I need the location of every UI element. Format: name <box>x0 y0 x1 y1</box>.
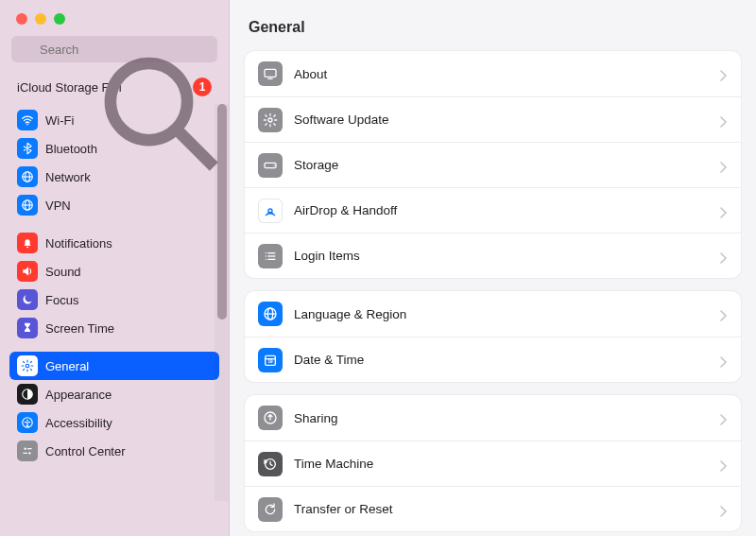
window-controls <box>0 0 229 25</box>
settings-section: SharingTime MachineTransfer or Reset <box>245 395 741 531</box>
settings-row-label: Storage <box>294 158 720 172</box>
sidebar-item-label: Appearance <box>45 388 112 402</box>
chevron-right-icon <box>720 412 728 424</box>
close-button[interactable] <box>16 13 27 25</box>
chevron-right-icon <box>720 160 728 171</box>
sidebar-item-general[interactable]: General <box>9 352 219 380</box>
chevron-right-icon <box>720 308 728 320</box>
settings-section: Language & RegionDate & Time <box>245 291 741 382</box>
settings-row-label: Software Update <box>294 112 720 127</box>
sidebar-item-accessibility[interactable]: Accessibility <box>9 408 219 437</box>
settings-row-loginitems[interactable]: Login Items <box>245 233 741 278</box>
sidebar-item-label: Accessibility <box>45 416 112 430</box>
hourglass-icon <box>17 318 38 338</box>
search-input[interactable] <box>11 36 217 62</box>
bell-icon <box>17 233 38 253</box>
sidebar-item-appearance[interactable]: Appearance <box>9 380 219 408</box>
settings-row-sharing[interactable]: Sharing <box>245 395 741 441</box>
scrollbar-track[interactable] <box>215 104 229 501</box>
settings-row-label: Time Machine <box>294 457 720 471</box>
appearance-icon <box>17 384 38 405</box>
settings-row-label: Date & Time <box>294 353 720 367</box>
minimize-button[interactable] <box>35 13 46 25</box>
moon-icon <box>17 289 38 310</box>
sidebar-item-label: General <box>45 359 89 373</box>
settings-row-timemachine[interactable]: Time Machine <box>245 441 741 486</box>
sidebar-item-screentime[interactable]: Screen Time <box>9 314 219 342</box>
settings-row-language[interactable]: Language & Region <box>245 291 741 337</box>
chevron-right-icon <box>720 251 728 262</box>
sidebar-item-label: VPN <box>45 199 71 213</box>
sidebar: iCloud Storage Full 1 Wi-FiBluetoothNetw… <box>0 0 230 536</box>
reset-icon <box>258 497 283 522</box>
accessibility-icon <box>17 412 38 433</box>
settings-row-label: About <box>294 67 720 81</box>
clock-arrow-icon <box>258 452 283 476</box>
chevron-right-icon <box>720 68 728 79</box>
main-content: General AboutSoftware UpdateStorageAirDr… <box>230 0 756 536</box>
chevron-right-icon <box>720 354 728 366</box>
chevron-right-icon <box>720 205 728 216</box>
settings-row-transfer[interactable]: Transfer or Reset <box>245 486 741 531</box>
chevron-right-icon <box>720 504 728 515</box>
settings-row-about[interactable]: About <box>245 51 741 96</box>
settings-row-label: Language & Region <box>294 307 720 321</box>
sidebar-item-focus[interactable]: Focus <box>9 285 219 314</box>
settings-section: AboutSoftware UpdateStorageAirDrop & Han… <box>245 51 741 278</box>
list-icon <box>258 244 283 268</box>
settings-row-storage[interactable]: Storage <box>245 142 741 187</box>
settings-row-label: Sharing <box>294 411 720 425</box>
settings-row-label: Login Items <box>294 249 720 263</box>
globe-icon <box>258 302 283 326</box>
sidebar-item-notifications[interactable]: Notifications <box>9 229 219 257</box>
share-icon <box>258 406 283 430</box>
maximize-button[interactable] <box>54 13 65 25</box>
page-title: General <box>245 0 741 51</box>
switches-icon <box>17 441 38 461</box>
sidebar-item-vpn[interactable]: VPN <box>9 191 219 219</box>
sidebar-item-label: Focus <box>45 293 78 307</box>
sidebar-item-label: Sound <box>45 265 81 279</box>
settings-row-airdrop[interactable]: AirDrop & Handoff <box>245 187 741 233</box>
chevron-right-icon <box>720 458 728 470</box>
settings-row-datetime[interactable]: Date & Time <box>245 337 741 382</box>
settings-row-label: AirDrop & Handoff <box>294 203 720 217</box>
globe-icon <box>17 195 38 216</box>
search-box <box>11 36 217 62</box>
gear-icon <box>17 355 38 376</box>
sidebar-item-controlcenter[interactable]: Control Center <box>9 437 219 465</box>
scrollbar-thumb[interactable] <box>217 104 227 320</box>
airdrop-icon <box>258 199 283 223</box>
sidebar-item-sound[interactable]: Sound <box>9 257 219 285</box>
calendar-icon <box>258 348 283 372</box>
settings-row-softwareupdate[interactable]: Software Update <box>245 96 741 142</box>
settings-row-label: Transfer or Reset <box>294 502 720 516</box>
speaker-icon <box>17 261 38 282</box>
sidebar-item-label: Notifications <box>45 236 112 251</box>
chevron-right-icon <box>720 114 728 126</box>
sidebar-item-label: Control Center <box>45 444 126 458</box>
sidebar-item-label: Screen Time <box>45 321 114 336</box>
